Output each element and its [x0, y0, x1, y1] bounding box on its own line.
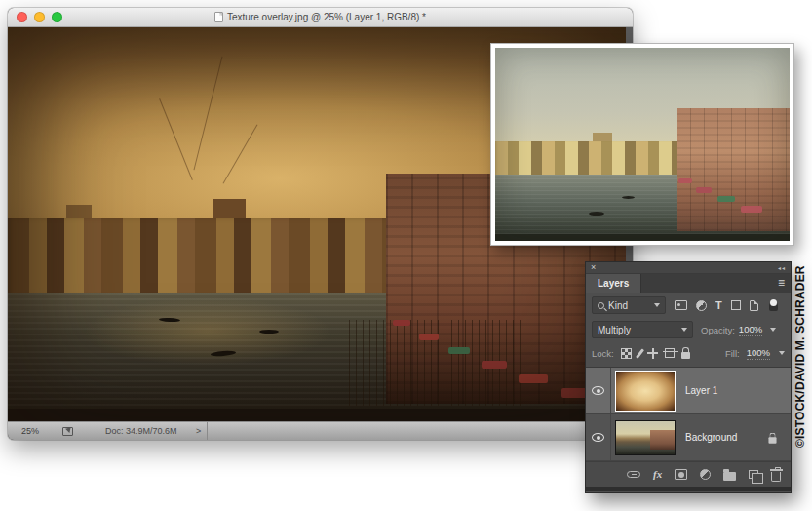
status-bar: 25% Doc: 34.9M/70.6M > [8, 421, 633, 440]
delete-icon[interactable] [771, 472, 781, 482]
type-filter-icon[interactable]: T [715, 300, 722, 311]
panel-tab-bar: Layers ≡ [586, 274, 791, 293]
layer-row-layer1[interactable]: Layer 1 [586, 368, 791, 414]
filter-toggle-icon[interactable] [769, 299, 778, 311]
filter-kind-label: Kind [608, 300, 628, 311]
panel-header-bar: × ◂◂ [586, 262, 791, 274]
mask-icon[interactable] [675, 469, 687, 480]
status-options-chevron[interactable]: > [196, 422, 208, 440]
group-icon[interactable] [723, 472, 736, 481]
filter-type-icons: T [675, 299, 778, 311]
paint-lock-icon[interactable] [636, 348, 644, 358]
photo-credit: ©ISTOCK/DAVID M. SCHRADER [793, 265, 807, 448]
panel-bottom-edge [586, 487, 791, 491]
fill-value[interactable]: 100% [747, 347, 770, 360]
layer-name[interactable]: Layer 1 [685, 385, 717, 396]
chevron-down-icon [681, 328, 687, 332]
adjustment-filter-icon[interactable] [696, 300, 707, 311]
window-titlebar[interactable]: Texture overlay.jpg @ 25% (Layer 1, RGB/… [8, 8, 633, 27]
layers-panel: × ◂◂ Layers ≡ Kind T Multipl [585, 261, 792, 493]
doc-size: Doc: 34.9M/70.6M [97, 422, 190, 440]
lock-label: Lock: [592, 348, 614, 359]
original-venice-photo [495, 48, 790, 241]
layer1-thumbnail[interactable] [615, 371, 676, 412]
blend-row: Multiply Opacity: 100% [586, 318, 791, 341]
panel-menu-icon[interactable]: ≡ [778, 276, 785, 290]
close-icon[interactable] [17, 12, 27, 22]
search-icon [598, 302, 604, 309]
lock-row: Lock: Fill: 100% [586, 341, 791, 365]
opacity-label: Opacity: [701, 325, 735, 335]
layer-name[interactable]: Background [685, 432, 737, 443]
chevron-down-icon[interactable] [770, 328, 776, 332]
original-photo-inset [490, 43, 794, 246]
photo-vignette [495, 48, 790, 241]
zoom-level[interactable]: 25% [21, 426, 55, 436]
window-title-group: Texture overlay.jpg @ 25% (Layer 1, RGB/… [214, 12, 426, 22]
artboard-lock-icon[interactable] [665, 348, 675, 358]
fill-label: Fill: [725, 348, 740, 359]
screenshot-stage: Texture overlay.jpg @ 25% (Layer 1, RGB/… [0, 0, 812, 511]
visibility-toggle[interactable] [586, 414, 611, 460]
layer-lock-icon [768, 437, 776, 443]
blend-mode-value: Multiply [598, 325, 631, 335]
panel-footer: fx [586, 461, 791, 487]
eye-icon [592, 433, 604, 442]
filter-row: Kind T [586, 293, 791, 318]
move-lock-icon[interactable] [647, 348, 658, 359]
adjustment-icon[interactable] [700, 469, 711, 480]
shape-filter-icon[interactable] [731, 300, 741, 310]
minimize-icon[interactable] [34, 12, 45, 22]
eye-icon [592, 386, 604, 395]
window-title: Texture overlay.jpg @ 25% (Layer 1, RGB/… [227, 12, 426, 22]
background-thumbnail[interactable] [615, 420, 676, 455]
opacity-value[interactable]: 100% [739, 324, 762, 336]
link-icon[interactable] [627, 471, 640, 478]
fx-icon[interactable]: fx [653, 469, 662, 480]
panel-close-icon[interactable]: × [591, 263, 596, 272]
zoom-icon[interactable] [52, 12, 62, 22]
pixel-filter-icon[interactable] [675, 300, 687, 310]
document-icon [214, 12, 223, 22]
smart-object-filter-icon[interactable] [750, 300, 758, 311]
chevron-down-icon[interactable] [779, 351, 785, 355]
traffic-lights [17, 12, 62, 22]
collapse-panel-icon[interactable]: ◂◂ [778, 264, 786, 271]
layer-row-background[interactable]: Background [586, 414, 791, 461]
all-lock-icon[interactable] [681, 352, 690, 359]
chevron-down-icon [654, 303, 660, 307]
blend-mode-dropdown[interactable]: Multiply [592, 321, 693, 338]
export-icon[interactable] [62, 427, 73, 436]
new-layer-icon[interactable] [749, 470, 758, 479]
transparency-lock-icon[interactable] [621, 348, 632, 359]
visibility-toggle[interactable] [586, 368, 611, 413]
filter-kind-dropdown[interactable]: Kind [592, 296, 666, 314]
tab-layers[interactable]: Layers [586, 274, 641, 293]
